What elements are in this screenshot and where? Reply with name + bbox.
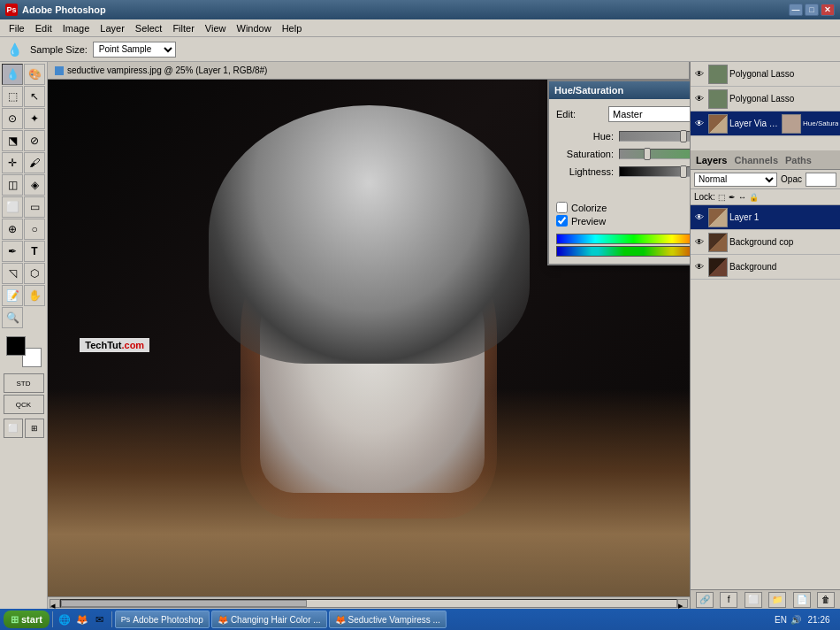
layer-visibility-eye-1[interactable]: 👁 (692, 67, 706, 81)
hue-slider-track[interactable] (619, 131, 690, 142)
lock-brush-icon[interactable]: ✒ (729, 193, 736, 202)
eyedropper-tool-btn[interactable]: 💧 (2, 64, 23, 85)
new-group-btn[interactable]: 📁 (768, 592, 786, 608)
dialog-title-bar: Hue/Saturation ✕ (549, 81, 690, 99)
figure-hair (209, 105, 530, 364)
gradient-btn[interactable]: ▭ (24, 196, 45, 218)
edit-quick-mask[interactable]: QCK (4, 395, 44, 414)
clone-stamp-btn[interactable]: ◫ (2, 174, 23, 196)
magic-wand-btn[interactable]: ✦ (24, 108, 45, 129)
lock-all-icon[interactable]: 🔒 (749, 193, 759, 202)
menu-window[interactable]: Window (232, 22, 277, 35)
standard-screen-btn[interactable]: ⬜ (4, 419, 23, 438)
layer-item-via-copy[interactable]: 👁 Layer Via Copy Hue/Saturation (691, 111, 840, 136)
shape-btn[interactable]: ⬡ (24, 263, 45, 284)
menu-select[interactable]: Select (130, 22, 168, 35)
menu-filter[interactable]: Filter (167, 22, 199, 35)
taskbar-item-firefox-1[interactable]: 🦊 Changing Hair Color ... (211, 611, 327, 628)
horizontal-scrollbar[interactable]: ◂ ▸ (48, 596, 690, 609)
email-icon[interactable]: ✉ (92, 611, 108, 627)
menu-image[interactable]: Image (57, 22, 95, 35)
delete-layer-btn[interactable]: 🗑 (817, 592, 835, 608)
lasso-tool-btn[interactable]: ⊙ (2, 108, 23, 129)
crop-tool-btn[interactable]: ⬔ (2, 130, 23, 151)
minimize-button[interactable]: — (789, 4, 803, 16)
taskbar-item-photoshop[interactable]: Ps Adobe Photoshop (115, 611, 210, 628)
colorize-checkbox[interactable] (556, 202, 568, 213)
hue-saturation-dialog: Hue/Saturation ✕ Edit: Master Reds (547, 80, 690, 265)
hue-slider-thumb[interactable] (680, 130, 687, 142)
edit-select[interactable]: Master Reds Yellows Greens Cyans Blues M… (608, 106, 690, 122)
layer-bg-copy-thumb (708, 233, 728, 252)
link-layers-btn[interactable]: 🔗 (696, 592, 714, 608)
lightness-slider-track[interactable] (619, 166, 690, 177)
layer-visibility-eye-3[interactable]: 👁 (692, 117, 706, 131)
lock-label: Lock: (694, 192, 715, 202)
full-screen-btn[interactable]: ⊞ (25, 419, 44, 438)
saturation-slider-thumb[interactable] (644, 148, 651, 160)
add-style-btn[interactable]: f (720, 592, 737, 608)
notes-btn[interactable]: 📝 (2, 285, 23, 306)
layer-item-polygonal-1[interactable]: 👁 Polygonal Lasso (691, 62, 840, 87)
scroll-thumb-h[interactable] (61, 600, 307, 607)
scroll-right-btn[interactable]: ▸ (677, 599, 688, 608)
menu-help[interactable]: Help (277, 22, 308, 35)
lock-checkered-icon[interactable]: ⬚ (718, 193, 726, 202)
healing-btn[interactable]: ✛ (2, 152, 23, 173)
saturation-slider-track[interactable] (619, 149, 690, 159)
new-layer-btn[interactable]: 📄 (793, 592, 811, 608)
layer-eye-bg[interactable]: 👁 (692, 260, 706, 274)
add-mask-btn[interactable]: ⬜ (745, 592, 762, 608)
history-brush-btn[interactable]: ◈ (24, 174, 45, 196)
dodge-btn[interactable]: ⊕ (2, 219, 23, 240)
lock-position-icon[interactable]: ↔ (738, 193, 746, 202)
blend-mode-select[interactable]: Normal Multiply Screen (694, 173, 777, 187)
channels-tab[interactable]: Channels (734, 155, 778, 165)
menu-view[interactable]: View (200, 22, 232, 35)
eraser-btn[interactable]: ⬜ (2, 196, 23, 218)
menu-layer[interactable]: Layer (95, 22, 130, 35)
layer-1-name: Layer 1 (729, 212, 838, 222)
slice-tool-btn[interactable]: ⊘ (24, 130, 45, 151)
canvas-tab[interactable]: seductive vampiress.jpg @ 25% (Layer 1, … (48, 62, 690, 80)
sample-size-select[interactable]: Point Sample 3 by 3 Average 5 by 5 Avera… (93, 42, 176, 58)
selection-tool-btn[interactable]: ⬚ (2, 86, 23, 107)
pen-btn[interactable]: ✒ (2, 241, 23, 262)
text-btn[interactable]: T (24, 241, 45, 262)
layer-eye-bg-copy[interactable]: 👁 (692, 235, 706, 250)
scroll-left-btn[interactable]: ◂ (50, 599, 60, 608)
close-button[interactable]: ✕ (821, 4, 835, 16)
path-select-btn[interactable]: ◹ (2, 263, 23, 284)
paths-tab[interactable]: Paths (785, 155, 812, 165)
hand-btn[interactable]: ✋ (24, 285, 45, 306)
layer-item-polygonal-2[interactable]: 👁 Polygonal Lasso (691, 87, 840, 111)
start-button[interactable]: ⊞ start (4, 611, 50, 628)
layer-visibility-eye-2[interactable]: 👁 (692, 92, 706, 106)
move-tool-btn[interactable]: ↖ (24, 86, 45, 107)
brush-btn[interactable]: 🖌 (24, 152, 45, 173)
lightness-slider-thumb[interactable] (680, 165, 687, 178)
opacity-input[interactable] (806, 173, 836, 187)
menu-file[interactable]: File (4, 22, 30, 35)
foreground-color-swatch[interactable] (6, 336, 26, 356)
layer-item-1[interactable]: 👁 Layer 1 (691, 205, 840, 230)
colorize-label[interactable]: Colorize (571, 203, 607, 213)
preview-label[interactable]: Preview (571, 216, 606, 227)
layer-item-bg-copy[interactable]: 👁 Background cop (691, 230, 840, 255)
firefox-icon[interactable]: 🦊 (74, 611, 90, 627)
menu-edit[interactable]: Edit (30, 22, 57, 35)
taskbar-item-firefox-2[interactable]: 🦊 Seductive Vampiress ... (329, 611, 447, 628)
canvas-main: TechTut.com Hue/Saturation ✕ (48, 80, 690, 596)
preview-checkbox[interactable] (556, 215, 568, 227)
scroll-track-h[interactable] (60, 599, 677, 608)
layer-item-bg[interactable]: 👁 Background (691, 255, 840, 280)
ie-icon[interactable]: 🌐 (57, 611, 73, 627)
maximize-button[interactable]: □ (805, 4, 819, 16)
color-sampler-btn[interactable]: 🎨 (24, 64, 45, 85)
edit-standard-mode[interactable]: STD (4, 373, 44, 393)
layer-eye-1[interactable]: 👁 (692, 211, 706, 225)
canvas-tab-title: seductive vampiress.jpg @ 25% (Layer 1, … (67, 65, 267, 75)
burn-btn[interactable]: ○ (24, 219, 45, 240)
layers-tab[interactable]: Layers (696, 155, 727, 165)
zoom-btn[interactable]: 🔍 (2, 307, 23, 328)
